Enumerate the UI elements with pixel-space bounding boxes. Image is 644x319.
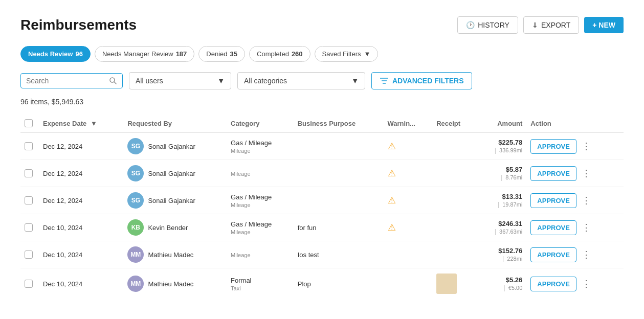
table-row: Dec 12, 2024SGSonali GajankarGas / Milea… [20,187,624,214]
warning-icon: ⚠ [388,222,396,233]
chevron-down-icon: ▼ [351,77,359,85]
approve-button[interactable]: APPROVE [530,166,576,181]
tab-needs-review[interactable]: Needs Review 96 [20,46,91,62]
categories-dropdown[interactable]: All categories ▼ [237,72,365,89]
more-options-button[interactable]: ⋮ [579,166,594,181]
action-cell: APPROVE⋮ [526,133,624,160]
col-action: Action [526,114,624,133]
amount-cell: $5.87|8.76mi [476,160,527,187]
chevron-down-icon: ▼ [217,77,225,85]
users-dropdown[interactable]: All users ▼ [129,72,231,89]
col-amount: Amount [476,114,527,133]
expense-date-cell: Dec 10, 2024 [39,241,123,268]
approve-button[interactable]: APPROVE [530,220,576,235]
tab-saved-filters[interactable]: Saved Filters ▼ [315,46,379,62]
avatar: SG [127,165,144,181]
tab-denied[interactable]: Denied 35 [198,46,245,62]
col-warning: Warnin... [384,114,433,133]
col-category: Category [227,114,294,133]
warning-cell: ⚠ [384,187,433,214]
approve-button[interactable]: APPROVE [530,193,576,208]
search-box[interactable] [20,73,123,88]
requested-by-cell: SGSonali Gajankar [123,187,227,214]
select-all-checkbox[interactable] [25,119,33,127]
receipt-cell [432,187,476,214]
business-purpose-cell [294,187,384,214]
requester-name: Sonali Gajankar [148,197,195,204]
receipt-thumbnail[interactable] [436,274,457,294]
warning-icon: ⚠ [388,168,396,178]
category-cell: Mileage [227,160,294,187]
more-options-button[interactable]: ⋮ [579,139,594,154]
receipt-cell [432,241,476,268]
amount-cell: $13.31|19.87mi [476,187,527,214]
approve-button[interactable]: APPROVE [530,277,576,291]
amount-cell: $225.78|336.99mi [476,133,527,160]
filter-icon [380,77,388,84]
table-row: Dec 12, 2024SGSonali GajankarMileage⚠$5.… [20,160,624,187]
row-checkbox[interactable] [25,250,33,259]
tab-completed[interactable]: Completed 260 [249,46,310,62]
tabs-bar: Needs Review 96 Needs Manager Review 187… [20,46,624,62]
download-icon: ⇓ [532,21,538,29]
history-icon: 🕑 [466,21,475,29]
requester-name: Mathieu Madec [148,251,193,259]
tab-needs-manager-review[interactable]: Needs Manager Review 187 [95,46,194,62]
divider: | [503,284,505,291]
business-purpose-cell: Ios test [294,241,384,268]
history-button[interactable]: 🕑 HISTORY [457,16,518,34]
business-purpose-cell: for fun [294,214,384,241]
search-input[interactable] [26,77,106,85]
header-actions: 🕑 HISTORY ⇓ EXPORT + NEW [457,16,624,34]
requester-name: Kevin Bender [148,224,188,232]
receipt-cell [432,133,476,160]
svg-line-1 [114,82,116,84]
row-checkbox[interactable] [25,280,33,288]
more-options-button[interactable]: ⋮ [579,276,594,291]
new-button[interactable]: + NEW [584,17,624,33]
chevron-down-icon: ▼ [364,50,370,58]
row-checkbox[interactable] [25,169,33,177]
expense-date-cell: Dec 12, 2024 [39,187,123,214]
avatar: SG [127,138,144,154]
receipt-cell [432,160,476,187]
action-cell: APPROVE⋮ [526,268,624,300]
category-cell: Mileage [227,241,294,268]
business-purpose-cell: Plop [294,268,384,300]
expense-date-cell: Dec 10, 2024 [39,214,123,241]
row-checkbox[interactable] [25,142,33,150]
approve-button[interactable]: APPROVE [530,139,576,154]
more-options-button[interactable]: ⋮ [579,193,594,208]
avatar: MM [127,276,144,292]
divider: | [501,173,502,181]
action-cell: APPROVE⋮ [526,160,624,187]
divider: | [502,255,504,262]
items-summary: 96 items, $5,949.63 [20,98,624,106]
warning-cell: ⚠ [384,160,433,187]
warning-cell: ⚠ [384,133,433,160]
receipt-cell [432,268,476,300]
col-requested-by: Requested By [123,114,227,133]
row-checkbox[interactable] [25,196,33,204]
col-receipt: Receipt [432,114,476,133]
more-options-button[interactable]: ⋮ [579,247,594,262]
advanced-filters-button[interactable]: ADVANCED FILTERS [371,72,472,89]
category-cell: FormalTaxi [227,268,294,300]
amount-cell: $246.31|367.63mi [476,214,527,241]
warning-cell [384,241,433,268]
category-cell: Gas / MileageMileage [227,133,294,160]
col-expense-date[interactable]: Expense Date ▼ [39,114,123,133]
divider: | [495,227,496,235]
divider: | [495,146,496,154]
table-row: Dec 10, 2024KBKevin BenderGas / MileageM… [20,214,624,241]
filters-row: All users ▼ All categories ▼ ADVANCED FI… [20,72,624,89]
requested-by-cell: KBKevin Bender [123,214,227,241]
export-button[interactable]: ⇓ EXPORT [523,16,579,34]
expense-date-cell: Dec 12, 2024 [39,160,123,187]
warning-cell [384,268,433,300]
expense-date-cell: Dec 12, 2024 [39,133,123,160]
approve-button[interactable]: APPROVE [530,247,576,262]
warning-icon: ⚠ [388,141,396,151]
row-checkbox[interactable] [25,223,33,232]
more-options-button[interactable]: ⋮ [579,220,594,235]
